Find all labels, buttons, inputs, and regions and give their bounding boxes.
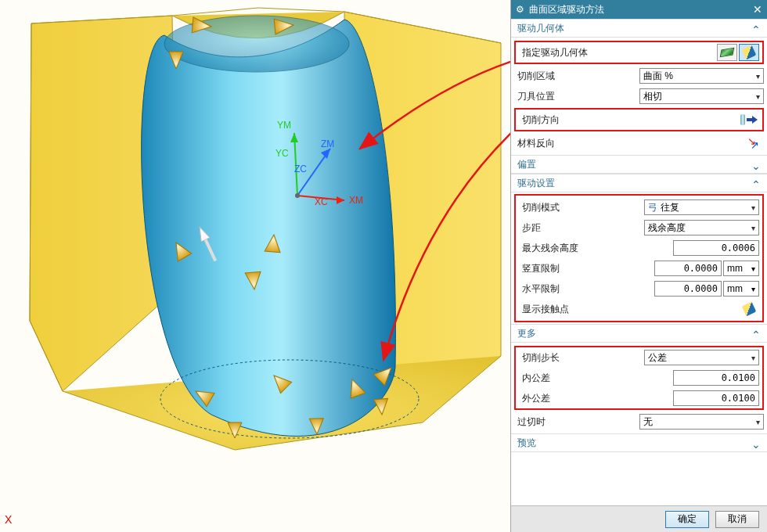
row-tool-position: 刀具位置 相切 (511, 86, 767, 106)
flashlight-icon (742, 45, 757, 60)
show-contact-button[interactable] (739, 300, 759, 318)
section-label: 偏置 (517, 158, 536, 171)
panel-titlebar[interactable]: ⚙ 曲面区域驱动方法 ✕ (511, 0, 767, 19)
zigzag-icon: 弓 (648, 201, 657, 214)
chevron-down-icon (756, 418, 760, 426)
svg-text:XC: XC (315, 196, 328, 207)
cut-region-dropdown[interactable]: 曲面 % (639, 68, 764, 84)
row-max-scallop: 最大残余高度 (516, 238, 762, 258)
svg-text:XM: XM (349, 195, 363, 206)
label-cut-direction: 切削方向 (519, 113, 644, 127)
label-show-contact: 显示接触点 (519, 303, 644, 316)
stepover-dropdown[interactable]: 残余高度 (644, 220, 759, 235)
arrow-right-icon (747, 114, 758, 125)
cylinder-surface[interactable] (142, 20, 396, 436)
chevron-down-icon (751, 437, 761, 449)
label-tool-position: 刀具位置 (514, 90, 639, 103)
cut-direction-button[interactable] (739, 111, 759, 128)
row-cut-mode: 切削模式 弓往复 (516, 197, 762, 217)
row-show-contact: 显示接触点 (516, 299, 762, 319)
chevron-down-icon (751, 224, 755, 232)
label-cut-region: 切削区域 (514, 70, 639, 83)
panel-title-text: 曲面区域驱动方法 (529, 3, 604, 16)
section-more[interactable]: 更多 (511, 324, 767, 343)
cylinder-icon (740, 114, 745, 125)
svg-text:ZM: ZM (321, 138, 334, 149)
label-intol: 内公差 (519, 372, 644, 385)
label-vertical-limit: 竖直限制 (519, 262, 644, 275)
display-geometry-button[interactable] (739, 44, 759, 61)
section-label: 驱动几何体 (517, 22, 564, 35)
outtol-input[interactable] (673, 390, 759, 406)
svg-text:YC: YC (275, 148, 289, 159)
select-geometry-button[interactable] (717, 44, 737, 61)
chevron-down-icon (751, 354, 755, 362)
chevron-up-icon (751, 177, 761, 189)
flashlight-icon (742, 302, 757, 317)
svg-text:ZC: ZC (294, 164, 307, 174)
label-outtol: 外公差 (519, 392, 644, 405)
horizontal-limit-unit-dropdown[interactable]: mm (723, 281, 759, 297)
section-drive-geometry[interactable]: 驱动几何体 (511, 19, 767, 38)
row-specify-drive-geom: 指定驱动几何体 (516, 42, 762, 63)
row-stepover: 步距 残余高度 (516, 217, 762, 238)
row-outtol: 外公差 (516, 388, 762, 408)
section-label: 更多 (517, 327, 536, 340)
label-max-scallop: 最大残余高度 (519, 242, 644, 255)
row-intol: 内公差 (516, 368, 762, 388)
overcut-dropdown[interactable]: 无 (639, 414, 764, 430)
label-cut-mode: 切削模式 (519, 201, 644, 214)
row-overcut: 过切时 无 (511, 412, 767, 432)
row-material-reverse: 材料反向 (511, 133, 767, 153)
gear-icon: ⚙ (516, 4, 524, 15)
swap-arrows-icon (747, 137, 760, 149)
row-cut-step: 切削步长 公差 (516, 347, 762, 368)
cylinder-top-edge (164, 16, 349, 72)
vertical-limit-input[interactable] (654, 261, 722, 276)
tool-position-dropdown[interactable]: 相切 (639, 88, 764, 104)
chevron-down-icon (756, 72, 760, 81)
intol-input[interactable] (673, 370, 759, 386)
drive-method-panel: ⚙ 曲面区域驱动方法 ✕ 驱动几何体 指定驱动几何体 切削区域 曲面 % 刀具位… (510, 0, 767, 532)
chevron-up-icon (751, 22, 761, 34)
chevron-down-icon (751, 158, 761, 171)
label-cut-step: 切削步长 (519, 351, 644, 365)
vertical-limit-unit-dropdown[interactable]: mm (723, 261, 759, 276)
cut-mode-dropdown[interactable]: 弓往复 (644, 200, 759, 215)
section-label: 驱动设置 (517, 177, 555, 190)
chevron-down-icon (751, 283, 755, 294)
label-overcut: 过切时 (514, 415, 639, 429)
row-vertical-limit: 竖直限制 mm (516, 258, 762, 279)
label-material-reverse: 材料反向 (514, 137, 639, 150)
horizontal-limit-input[interactable] (654, 281, 722, 297)
ok-button[interactable]: 确定 (665, 511, 709, 528)
svg-point-7 (295, 193, 300, 198)
cut-step-dropdown[interactable]: 公差 (644, 350, 759, 365)
graphics-viewport[interactable]: XM XC YM YC ZM ZC X (0, 0, 510, 532)
chevron-up-icon (751, 327, 761, 340)
label-horizontal-limit: 水平限制 (519, 282, 644, 296)
section-label: 预览 (517, 437, 536, 450)
section-drive-settings[interactable]: 驱动设置 (511, 174, 767, 192)
surface-icon (720, 48, 735, 58)
section-preview[interactable]: 预览 (511, 433, 767, 452)
material-reverse-button[interactable] (744, 135, 764, 152)
close-icon[interactable]: ✕ (753, 3, 762, 16)
chevron-down-icon (756, 92, 760, 101)
cancel-button[interactable]: 取消 (715, 511, 759, 528)
chevron-down-icon (751, 263, 755, 274)
label-step: 步距 (519, 221, 644, 235)
model-canvas: XM XC YM YC ZM ZC (0, 0, 510, 532)
view-orientation-x: X (5, 513, 12, 526)
row-horizontal-limit: 水平限制 mm (516, 279, 762, 299)
row-cut-direction: 切削方向 (516, 110, 762, 130)
panel-footer: 确定 取消 (511, 505, 767, 532)
chevron-down-icon (751, 203, 755, 212)
svg-text:YM: YM (277, 120, 291, 131)
max-scallop-input[interactable] (673, 240, 759, 256)
label-specify-drive-geom: 指定驱动几何体 (519, 46, 644, 59)
section-offset[interactable]: 偏置 (511, 155, 767, 174)
row-cut-region: 切削区域 曲面 % (511, 66, 767, 86)
